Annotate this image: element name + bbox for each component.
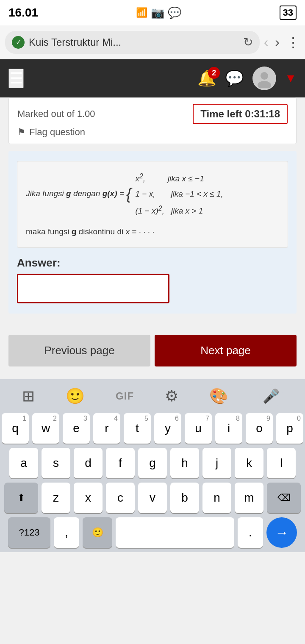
settings-button[interactable]: ⚙ [165,387,178,405]
key-a[interactable]: a [9,448,38,478]
question-box: Jika fungsi g dengan g(x) = { x2, jika x… [8,151,297,314]
key-o[interactable]: o9 [246,413,273,444]
more-button[interactable]: ⋮ [286,34,300,50]
key-w[interactable]: w2 [32,413,59,444]
quiz-meta: Marked out of 1.00 Time left 0:31:18 ⚑ F… [8,97,297,144]
answer-input[interactable] [17,274,169,303]
key-i[interactable]: i8 [215,413,242,444]
key-row-1: q1 w2 e3 r4 t5 y6 u7 i8 o9 p0 [2,413,303,444]
key-comma[interactable]: , [54,517,79,548]
key-z[interactable]: z [42,483,70,513]
gif-button[interactable]: GIF [116,390,134,402]
key-f[interactable]: f [106,448,135,478]
forward-button[interactable]: › [275,34,280,50]
answer-label: Answer: [17,256,288,269]
previous-page-button[interactable]: Previous page [8,335,150,366]
next-page-button[interactable]: Next page [155,335,297,366]
sticker-button[interactable]: 🙂 [66,387,85,405]
keyboard: q1 w2 e3 r4 t5 y6 u7 i8 o9 p0 a s d f g … [0,413,305,552]
key-period[interactable]: . [238,517,263,548]
gear-icon: ⚙ [165,387,178,405]
key-y[interactable]: y6 [154,413,181,444]
key-row-4: ?123 , 🙂 . → [2,517,303,548]
key-q[interactable]: q1 [2,413,29,444]
space-key[interactable] [116,517,234,548]
avatar[interactable] [252,67,276,90]
flag-question-text: Flag question [29,127,85,138]
app-grid-button[interactable]: ⊞ [22,387,35,405]
key-l[interactable]: l [267,448,296,478]
notification-badge: 2 [208,67,220,79]
key-b[interactable]: b [170,483,199,513]
marked-out-text: Marked out of 1.00 [17,108,95,119]
mic-icon: 🎤 [263,388,280,404]
svg-point-1 [258,81,271,88]
key-u[interactable]: u7 [185,413,212,444]
signal-icon: 📶 [136,7,147,18]
mic-button[interactable]: 🎤 [259,384,283,408]
key-e[interactable]: e3 [63,413,90,444]
time-left-badge: Time left 0:31:18 [193,104,288,124]
key-k[interactable]: k [235,448,263,478]
address-text: Kuis Terstruktur Mi... [29,36,121,48]
app-grid-icon: ⊞ [22,387,35,405]
key-p[interactable]: p0 [276,413,303,444]
reload-button[interactable]: ↻ [243,35,253,49]
battery-indicator: 33 [280,6,297,20]
chat-icon[interactable]: 💬 [225,69,244,87]
quiz-meta-row: Marked out of 1.00 Time left 0:31:18 [17,104,288,124]
hamburger-button[interactable]: ☰ [8,69,24,88]
app-header: ☰ 🔔 2 💬 ▼ [0,59,305,97]
back-button[interactable]: ‹ [264,34,269,50]
question-formula: Jika fungsi g dengan g(x) = { x2, jika x… [26,170,279,239]
main-content: Marked out of 1.00 Time left 0:31:18 ⚑ F… [0,97,305,379]
go-button[interactable]: → [266,517,297,548]
message-icon: 💬 [168,6,181,19]
key-d[interactable]: d [74,448,103,478]
sticker-icon: 🙂 [66,387,85,405]
key-s[interactable]: s [42,448,70,478]
key-h[interactable]: h [170,448,199,478]
key-x[interactable]: x [74,483,103,513]
key-v[interactable]: v [138,483,167,513]
status-right: 33 [280,6,297,20]
status-time: 16.01 [8,6,38,19]
flag-row[interactable]: ⚑ Flag question [17,127,288,138]
flag-icon: ⚑ [17,127,26,138]
key-t[interactable]: t5 [124,413,151,444]
key-c[interactable]: c [106,483,135,513]
key-j[interactable]: j [202,448,231,478]
svg-point-0 [261,72,268,80]
question-content: Jika fungsi g dengan g(x) = { x2, jika x… [17,161,288,248]
theme-button[interactable]: 🎨 [209,387,228,405]
shield-icon: ✓ [12,36,25,49]
gif-label: GIF [116,390,134,402]
num-sym-key[interactable]: ?123 [8,517,50,548]
status-icons: 📶 📷 💬 [136,6,181,19]
header-dropdown-icon[interactable]: ▼ [285,72,297,85]
address-bar[interactable]: ✓ Kuis Terstruktur Mi... ↻ [5,31,260,54]
shift-key[interactable]: ⬆ [4,483,38,513]
browser-bar: ✓ Kuis Terstruktur Mi... ↻ ‹ › ⋮ [0,25,305,59]
key-g[interactable]: g [138,448,167,478]
notification-wrap[interactable]: 🔔 2 [197,69,216,87]
palette-icon: 🎨 [209,387,228,405]
key-r[interactable]: r4 [93,413,120,444]
status-bar: 16.01 📶 📷 💬 33 [0,0,305,25]
backspace-key[interactable]: ⌫ [267,483,301,513]
emoji-key[interactable]: 🙂 [83,517,112,548]
nav-buttons: Previous page Next page [8,335,297,366]
key-row-3: ⬆ z x c v b n m ⌫ [2,483,303,513]
keyboard-toolbar: ⊞ 🙂 GIF ⚙ 🎨 🎤 [0,379,305,413]
key-row-2: a s d f g h j k l [2,448,303,478]
key-n[interactable]: n [202,483,231,513]
key-m[interactable]: m [235,483,263,513]
browser-nav: ‹ › ⋮ [264,34,300,50]
instagram-icon: 📷 [151,6,164,19]
